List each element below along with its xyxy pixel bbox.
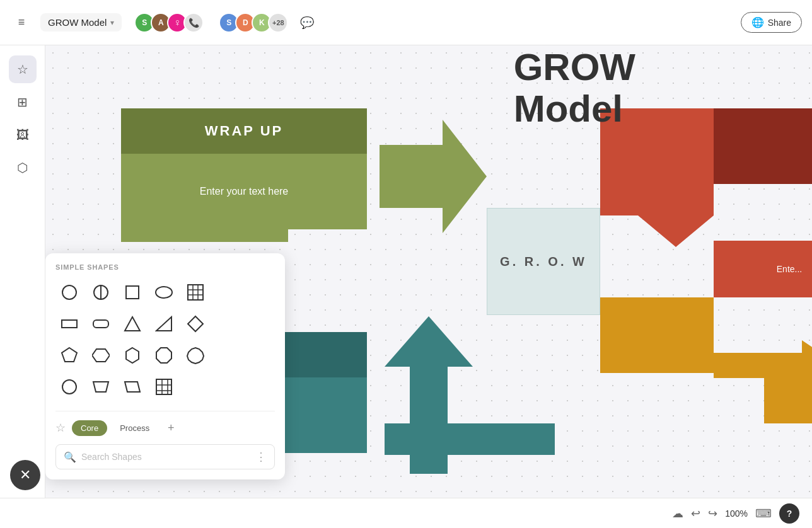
svg-marker-18 [92, 349, 110, 362]
shape-pentagon[interactable] [55, 341, 83, 369]
svg-marker-19 [126, 348, 139, 363]
svg-marker-15 [156, 317, 171, 331]
tab-add-button[interactable]: + [162, 419, 180, 437]
shape-parallelogram[interactable] [119, 373, 146, 401]
svg-marker-23 [93, 382, 108, 392]
avatar-phone[interactable]: 📞 [183, 13, 204, 33]
svg-marker-0 [380, 120, 487, 233]
cloud-icon[interactable]: ☁ [672, 507, 683, 520]
wrap-up-text: Enter your text here [200, 186, 289, 197]
comment-button[interactable]: 💬 [296, 11, 318, 34]
redo-icon[interactable]: ↪ [708, 507, 717, 520]
yellow-text-block: Ente... [764, 373, 812, 423]
shape-decagon[interactable] [182, 341, 209, 369]
svg-marker-2 [638, 184, 714, 247]
svg-marker-16 [188, 316, 203, 331]
sidebar-icon-grid[interactable]: ⊞ [9, 88, 37, 116]
collaborator-avatars: S A ♀ 📞 [134, 13, 204, 33]
red-down-arrow [638, 184, 714, 250]
shape-right-triangle[interactable] [150, 310, 178, 338]
shape-triangle[interactable] [119, 310, 146, 338]
sidebar-icon-shapes[interactable]: ⬡ [9, 154, 37, 181]
svg-marker-17 [62, 348, 77, 362]
svg-point-4 [62, 285, 76, 299]
svg-rect-25 [156, 379, 171, 394]
left-sidebar: ☆ ⊞ 🖼 ⬡ [0, 45, 45, 528]
shapes-section-label: SIMPLE SHAPES [55, 263, 275, 271]
menu-icon: ≡ [18, 16, 25, 29]
zoom-level: 100% [725, 508, 748, 519]
svg-rect-13 [93, 320, 108, 328]
shape-octagon[interactable] [150, 341, 178, 369]
image-icon: 🖼 [16, 128, 29, 142]
grid-icon: ⊞ [17, 95, 28, 110]
enter-text-red: Ente... [777, 264, 802, 274]
tab-process[interactable]: Process [111, 420, 158, 436]
topbar: ≡ GROW Model ▾ S A ♀ 📞 S D K +28 💬 🌐 Sha… [0, 0, 812, 45]
close-fab-icon: ✕ [20, 467, 31, 483]
svg-rect-12 [62, 320, 77, 328]
svg-marker-24 [125, 382, 140, 392]
doc-chevron-icon: ▾ [110, 18, 114, 27]
search-more-icon[interactable]: ⋮ [255, 450, 267, 464]
shape-half-circle[interactable] [87, 278, 115, 306]
shape-circle2[interactable] [55, 373, 83, 401]
search-row[interactable]: 🔍 Search Shapes ⋮ [55, 444, 275, 469]
globe-icon: 🌐 [751, 16, 764, 28]
svg-point-6 [156, 287, 172, 298]
wrap-up-bottom-bar [121, 228, 288, 242]
sidebar-icon-image[interactable]: 🖼 [9, 121, 37, 149]
menu-button[interactable]: ≡ [10, 11, 33, 34]
close-fab-button[interactable]: ✕ [10, 460, 40, 490]
teal-horizontal-bar [385, 423, 555, 455]
doc-title-area[interactable]: GROW Model ▾ [40, 13, 122, 32]
shape-diamond[interactable] [182, 310, 209, 338]
shape-ellipse[interactable] [150, 278, 178, 306]
red-text-block: Ente... [714, 241, 812, 297]
doc-title: GROW Model [48, 17, 107, 28]
avatar-count: +28 [268, 13, 288, 33]
shape-rounded-rect[interactable] [87, 310, 115, 338]
help-button[interactable]: ? [779, 503, 799, 524]
svg-marker-21 [187, 348, 204, 364]
star-icon: ☆ [17, 62, 28, 77]
dark-red-block [714, 108, 812, 184]
shapes-icon: ⬡ [17, 160, 28, 175]
svg-marker-14 [125, 317, 140, 331]
shape-trapezoid[interactable] [87, 373, 115, 401]
shape-rect-thin[interactable] [55, 310, 83, 338]
grow-box: G. R. O. W [487, 208, 600, 315]
wrap-up-block: WRAP UP [121, 108, 367, 154]
tab-core[interactable]: Core [72, 420, 107, 436]
green-arrow [380, 107, 487, 248]
shape-grid-square[interactable] [182, 278, 209, 306]
undo-icon[interactable]: ↩ [691, 507, 700, 520]
svg-point-22 [62, 380, 76, 394]
shape-circle[interactable] [55, 278, 83, 306]
shape-hexagon-flat[interactable] [87, 341, 115, 369]
tab-star-icon[interactable]: ☆ [55, 421, 66, 435]
share-label: Share [768, 18, 791, 28]
shapes-panel: SIMPLE SHAPES [45, 253, 285, 479]
shape-square[interactable] [119, 278, 146, 306]
grow-title: GROW Model [514, 47, 635, 130]
yellow-block [600, 297, 714, 373]
tabs-row: ☆ Core Process + [55, 411, 275, 437]
bottom-bar: ☁ ↩ ↪ 100% ⌨ ? [0, 498, 812, 528]
comment-icon: 💬 [300, 16, 314, 30]
sidebar-icon-star[interactable]: ☆ [9, 55, 37, 83]
shape-table[interactable] [150, 373, 178, 401]
shapes-grid [55, 278, 275, 401]
svg-marker-20 [156, 348, 171, 363]
keyboard-icon[interactable]: ⌨ [755, 507, 772, 520]
wrap-up-label: WRAP UP [205, 123, 284, 139]
svg-rect-7 [188, 285, 203, 300]
shape-hexagon[interactable] [119, 341, 146, 369]
canvas-area[interactable]: GROW Model WRAP UP Enter your text here … [45, 45, 812, 528]
share-button[interactable]: 🌐 Share [741, 12, 802, 33]
wrap-up-text-block: Enter your text here [121, 154, 367, 229]
svg-rect-5 [126, 286, 139, 299]
search-icon: 🔍 [64, 451, 76, 463]
right-avatars: S D K +28 [219, 13, 288, 33]
search-input[interactable]: Search Shapes [81, 452, 250, 462]
